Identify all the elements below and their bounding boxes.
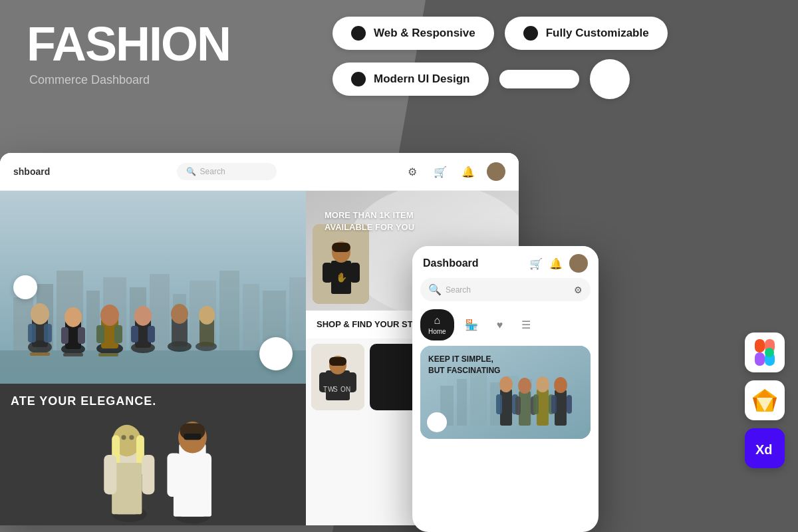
svg-marker-116 [773, 398, 777, 412]
mobile-hero-line1: KEEP IT SIMPLE, [428, 354, 493, 364]
svg-point-40 [199, 306, 215, 325]
search-icon-mobile: 🔍 [428, 283, 442, 296]
svg-point-17 [31, 303, 49, 325]
svg-point-37 [171, 304, 188, 324]
feature-label-modern: Modern UI Design [374, 72, 470, 86]
svg-rect-43 [98, 353, 118, 356]
hero-image [0, 191, 306, 384]
store-icon-mobile: 🏪 [465, 319, 478, 331]
sketch-icon-btn[interactable] [745, 380, 785, 420]
mobile-nav-store[interactable]: 🏪 [457, 309, 486, 340]
feature-pill-modern: Modern UI Design [332, 63, 489, 96]
brand-title: FASHION [27, 20, 230, 68]
header-icons-wide: ⚙ 🛒 🔔 [403, 162, 505, 181]
svg-rect-108 [755, 352, 765, 366]
hero-prev-btn[interactable] [13, 275, 37, 299]
svg-rect-18 [28, 324, 36, 342]
content-left: ATE YOUR ELEGANCE. [0, 191, 306, 525]
svg-marker-115 [753, 398, 757, 412]
svg-rect-59 [184, 434, 201, 440]
mobile-search-left: 🔍 Search [428, 283, 471, 296]
xd-icon-btn[interactable]: Xd [745, 428, 785, 468]
mobile-title: Dashboard [423, 257, 479, 269]
feature-dot-modern [351, 72, 366, 86]
figma-icon-btn[interactable] [745, 332, 785, 372]
svg-text:N: N [346, 386, 350, 393]
svg-point-99 [536, 376, 549, 392]
feature-circle [590, 59, 630, 99]
svg-rect-85 [457, 379, 467, 426]
filter-icon-wide[interactable]: ⚙ [403, 162, 422, 181]
tool-icons-section: Xd [745, 332, 785, 468]
search-icon-wide: 🔍 [186, 167, 196, 176]
home-icon-mobile: ⌂ [434, 315, 441, 327]
avatar-mobile[interactable] [569, 254, 588, 273]
svg-rect-28 [96, 325, 104, 343]
mobile-nav: ⌂ Home 🏪 ♥ ☰ [412, 307, 598, 346]
search-bar-wide[interactable]: 🔍 Search [177, 163, 277, 180]
promo-line2: AVAILABLE FOR YOU [325, 221, 500, 233]
mobile-nav-menu[interactable]: ☰ [513, 309, 539, 340]
promo-line1: MORE THAN 1K ITEM [325, 209, 500, 221]
cart-icon-mobile[interactable]: 🛒 [529, 257, 543, 270]
bell-icon-wide[interactable]: 🔔 [459, 162, 477, 181]
svg-rect-41 [30, 352, 50, 356]
svg-rect-62 [198, 454, 211, 497]
mobile-hero-circle[interactable] [427, 412, 447, 432]
svg-rect-61 [167, 454, 181, 497]
mobile-nav-home[interactable]: ⌂ Home [420, 309, 454, 340]
product-svg-1: T W S O N [311, 344, 364, 410]
xd-logo: Xd [751, 436, 778, 460]
search-placeholder-wide: Search [200, 167, 225, 176]
filter-icon-mobile[interactable]: ⚙ [574, 285, 583, 295]
brand-subtitle: Commerce Dashboard [29, 73, 230, 87]
mobile-hero-title-line2: BUT FASCINATING [428, 365, 500, 376]
svg-rect-33 [131, 326, 138, 342]
svg-rect-34 [148, 326, 155, 342]
svg-point-27 [100, 305, 119, 326]
svg-point-50 [121, 435, 126, 440]
svg-rect-67 [323, 263, 332, 283]
feature-pill-customizable: Fully Customizable [505, 17, 668, 50]
dashboard-wide-header: shboard 🔍 Search ⚙ 🛒 🔔 [0, 153, 519, 191]
feature-label-web: Web & Responsive [374, 27, 475, 40]
svg-text:T: T [323, 386, 327, 393]
product-card-1: T W S O N [311, 344, 364, 410]
mobile-header-icons: 🛒 🔔 [529, 254, 588, 273]
mobile-header: Dashboard 🛒 🔔 [412, 246, 598, 278]
elevate-banner: ATE YOUR ELEGANCE. [0, 384, 306, 525]
svg-rect-105 [567, 395, 572, 414]
svg-point-32 [134, 306, 152, 326]
bell-icon-mobile[interactable]: 🔔 [549, 257, 563, 270]
svg-rect-54 [142, 455, 154, 494]
svg-rect-70 [332, 243, 350, 252]
hero-next-btn[interactable] [259, 337, 293, 370]
svg-rect-19 [44, 324, 52, 342]
svg-rect-106 [755, 339, 765, 352]
features-row-2: Modern UI Design [332, 59, 668, 99]
mobile-hero-text: KEEP IT SIMPLE, BUT FASCINATING [428, 354, 500, 376]
mobile-nav-home-label: Home [428, 328, 446, 335]
svg-rect-92 [496, 394, 502, 414]
features-section: Web & Responsive Fully Customizable Mode… [332, 17, 668, 99]
feature-dot-customizable [523, 26, 538, 41]
cart-icon-wide[interactable]: 🛒 [431, 162, 450, 181]
features-row-1: Web & Responsive Fully Customizable [332, 17, 668, 50]
svg-rect-24 [78, 327, 85, 344]
svg-rect-100 [533, 394, 539, 414]
svg-rect-77 [329, 357, 346, 366]
svg-rect-53 [104, 455, 116, 494]
avatar-wide[interactable] [487, 162, 505, 181]
svg-text:✋: ✋ [336, 272, 348, 283]
svg-rect-68 [350, 263, 360, 283]
figma-logo [755, 339, 775, 366]
mobile-search[interactable]: 🔍 Search ⚙ [420, 278, 591, 301]
mobile-search-text: Search [446, 285, 471, 295]
svg-rect-1 [13, 297, 33, 350]
promo-text-container: MORE THAN 1K ITEM AVAILABLE FOR YOU [317, 201, 508, 241]
mobile-nav-heart[interactable]: ♥ [489, 309, 511, 340]
svg-point-51 [129, 435, 134, 440]
feature-label-customizable: Fully Customizable [546, 27, 649, 40]
feature-pill-web: Web & Responsive [332, 17, 494, 50]
dashboard-wide-title: shboard [13, 166, 50, 177]
